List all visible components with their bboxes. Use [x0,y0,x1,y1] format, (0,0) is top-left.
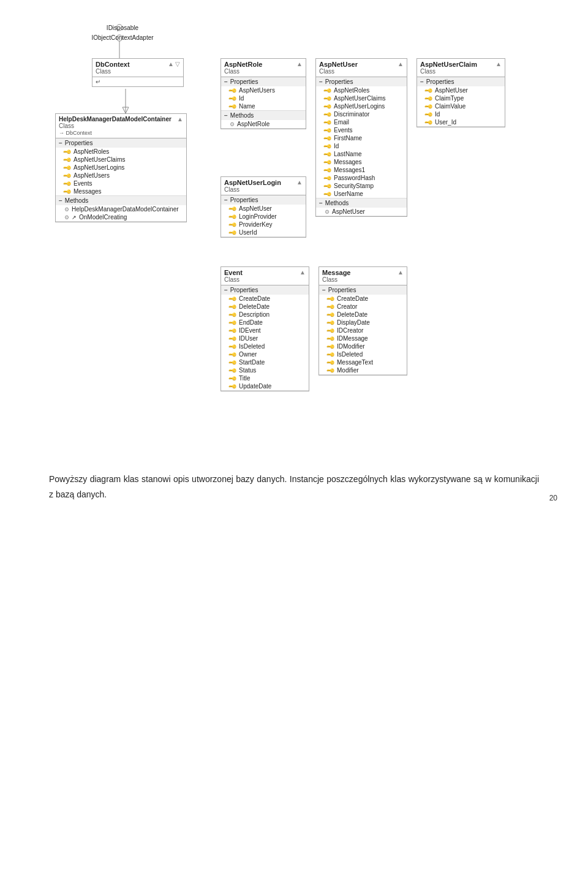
class-box-aspnetuserlogin: AspNetUserLogin Class ▲ − Properties 🔑As… [221,176,306,238]
dbcontext-ref: → DbContext [59,130,172,136]
anu-method-1: ⚙AspNetUser [316,208,407,216]
dbcontext-extra: ↵ [92,77,183,86]
idisposable-label: IDisposable [80,25,165,31]
message-properties-section: − Properties 🔑CreateDate 🔑Creator 🔑Delet… [319,285,407,375]
anu-prop-14: 🔑UserName [316,190,407,198]
hdm-prop-6: 🔑Messages [56,187,186,195]
event-properties-section: − Properties 🔑CreateDate 🔑DeleteDate 🔑De… [221,285,309,391]
anu-prop-1: 🔑AspNetRoles [316,86,407,94]
anu-prop-13: 🔑SecurityStamp [316,182,407,190]
aspnetuser-properties-header[interactable]: − Properties [316,77,407,86]
anu-prop-6: 🔑Events [316,126,407,134]
class-title-aspnetuserclaim: AspNetUserClaim [420,61,477,68]
class-box-aspnetuserclaim: AspNetUserClaim Class ▲ − Properties 🔑As… [417,58,505,127]
class-icons-dbcontext: ▲ ▽ [168,61,180,67]
anu-prop-8: 🔑Id [316,142,407,150]
anr-prop-3: 🔑Name [221,102,306,110]
class-subtitle-event: Class [224,276,243,283]
msg-prop-3: 🔑DeleteDate [319,311,407,319]
class-title-aspnetrole: AspNetRole [224,61,262,68]
ev-prop-6: 🔑IDUser [221,334,309,342]
anu-prop-5: 🔑Email [316,118,407,126]
helpdeskmanager-properties-header[interactable]: − Properties [56,138,186,148]
anu-prop-11: 🔑Messages1 [316,166,407,174]
class-box-aspnetrole: AspNetRole Class ▲ − Properties 🔑AspNetU… [221,58,306,129]
msg-prop-6: 🔑IDMessage [319,334,407,342]
class-title-aspnetuserlogin: AspNetUserLogin [224,179,281,186]
hdm-prop-4: 🔑AspNetUsers [56,172,186,179]
msg-prop-9: 🔑MessageText [319,358,407,366]
page-container: IDisposable IObjectContextAdapter DbCont… [0,0,588,515]
ev-prop-8: 🔑Owner [221,350,309,358]
ev-prop-12: 🔑UpdateDate [221,382,309,390]
class-title-message: Message [322,269,350,276]
anuc-prop-5: 🔑User_Id [417,118,505,126]
anl-prop-4: 🔑UserId [221,228,306,236]
diagram-area: IDisposable IObjectContextAdapter DbCont… [31,25,557,453]
anu-prop-9: 🔑LastName [316,150,407,158]
class-subtitle-aspnetuser: Class [319,68,358,75]
ev-prop-10: 🔑Status [221,366,309,374]
class-icons-aspnetuser: ▲ [398,61,404,67]
anu-prop-4: 🔑Discriminator [316,110,407,118]
helpdeskmanager-methods-header[interactable]: − Methods [56,196,186,205]
anr-prop-1: 🔑AspNetUsers [221,86,306,94]
anuc-prop-2: 🔑ClaimType [417,94,505,102]
anu-prop-10: 🔑Messages [316,158,407,166]
anl-prop-3: 🔑ProviderKey [221,221,306,228]
aspnetuser-properties-section: − Properties 🔑AspNetRoles 🔑AspNetUserCla… [316,77,407,198]
class-icons-helpdeskmanager: ▲ [177,116,183,123]
class-box-aspnetuser: AspNetUser Class ▲ − Properties 🔑AspNetR… [315,58,407,217]
ev-prop-9: 🔑StartDate [221,358,309,366]
aspnetrole-properties-section: − Properties 🔑AspNetUsers 🔑Id 🔑Name [221,77,306,111]
ev-prop-11: 🔑Title [221,374,309,382]
hdm-prop-2: 🔑AspNetUserClaims [56,156,186,164]
iobjectcontext-label: IObjectContextAdapter [67,34,178,41]
ev-prop-4: 🔑EndDate [221,319,309,326]
class-header-aspnetrole: AspNetRole Class ▲ [221,59,306,77]
ev-prop-1: 🔑CreateDate [221,295,309,303]
ev-prop-3: 🔑Description [221,311,309,319]
class-icons-aspnetuserclaim: ▲ [496,61,502,67]
class-subtitle-aspnetrole: Class [224,68,262,75]
hdm-prop-1: 🔑AspNetRoles [56,148,186,156]
anr-method-1: ⚙AspNetRole [221,120,306,128]
anu-prop-3: 🔑AspNetUserLogins [316,102,407,110]
aspnetrole-properties-header[interactable]: − Properties [221,77,306,86]
svg-marker-5 [123,107,129,113]
anuc-prop-4: 🔑Id [417,110,505,118]
hdm-prop-3: 🔑AspNetUserLogins [56,164,186,172]
aspnetuserclaim-properties-header[interactable]: − Properties [417,77,505,86]
aspnetuserlogin-properties-header[interactable]: − Properties [221,195,306,205]
anr-prop-2: 🔑Id [221,94,306,102]
event-properties-header[interactable]: − Properties [221,285,309,295]
class-header-dbcontext: DbContext Class ▲ ▽ [92,59,183,77]
class-icons-event: ▲ [300,269,306,276]
class-subtitle-dbcontext: Class [96,68,130,75]
aspnetuser-methods-header[interactable]: − Methods [316,198,407,208]
anl-prop-2: 🔑LoginProvider [221,213,306,221]
class-subtitle-helpdeskmanager: Class [59,123,172,129]
text-area: Powyższy diagram klas stanowi opis utwor… [49,472,539,502]
class-header-aspnetuserclaim: AspNetUserClaim Class ▲ [417,59,505,77]
class-icons-aspnetrole: ▲ [296,61,303,67]
anu-prop-7: 🔑FirstName [316,134,407,142]
aspnetuser-methods-section: − Methods ⚙AspNetUser [316,198,407,216]
anuc-prop-3: 🔑ClaimValue [417,102,505,110]
class-icons-aspnetuserlogin: ▲ [296,179,303,186]
class-box-message: Message Class ▲ − Properties 🔑CreateDate… [318,266,407,376]
anl-prop-1: 🔑AspNetUser [221,205,306,213]
class-box-event: Event Class ▲ − Properties 🔑CreateDate 🔑… [221,266,309,391]
msg-prop-7: 🔑IDModifier [319,342,407,350]
class-header-aspnetuser: AspNetUser Class ▲ [316,59,407,77]
class-header-event: Event Class ▲ [221,267,309,285]
class-header-aspnetuserlogin: AspNetUserLogin Class ▲ [221,177,306,195]
aspnetrole-methods-header[interactable]: − Methods [221,111,306,120]
class-subtitle-aspnetuserclaim: Class [420,68,477,75]
ev-prop-5: 🔑IDEvent [221,326,309,334]
msg-prop-2: 🔑Creator [319,303,407,311]
msg-prop-8: 🔑IsDeleted [319,350,407,358]
msg-prop-5: 🔑IDCreator [319,326,407,334]
class-title-event: Event [224,269,243,276]
message-properties-header[interactable]: − Properties [319,285,407,295]
